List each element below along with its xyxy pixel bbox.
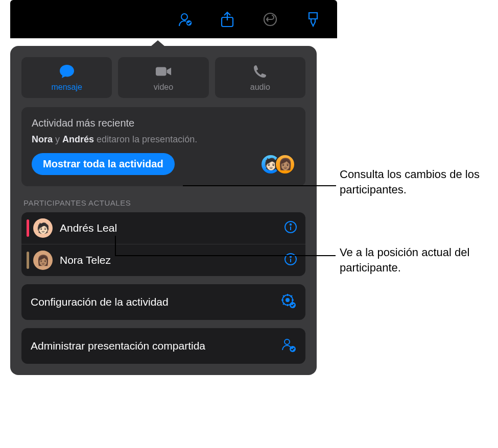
presence-indicator <box>27 219 29 237</box>
participant-row[interactable]: 👩🏽 Nora Telez <box>21 244 305 276</box>
svg-point-12 <box>286 298 289 302</box>
callout-line <box>115 236 116 256</box>
toolbar <box>10 0 337 38</box>
phone-icon <box>252 63 268 80</box>
undo-icon[interactable] <box>262 11 279 28</box>
participant-name: Nora Telez <box>60 254 284 266</box>
participant-name: Andrés Leal <box>60 222 284 234</box>
activity-settings-label: Configuración de la actividad <box>31 295 169 309</box>
info-icon[interactable] <box>284 220 297 236</box>
svg-point-7 <box>290 224 291 225</box>
callout-line <box>183 185 336 186</box>
show-all-activity-button[interactable]: Mostrar toda la actividad <box>32 153 175 175</box>
presence-indicator <box>27 252 29 269</box>
gear-badge-icon <box>281 293 296 311</box>
person-badge-icon <box>281 337 296 355</box>
manage-shared-label: Administrar presentación compartida <box>31 339 205 353</box>
callout-text: Ve a la posición actual del participante… <box>340 245 493 275</box>
avatar: 🧑🏻 <box>33 218 53 238</box>
svg-point-0 <box>181 14 187 20</box>
callout-text: Consulta los cambios de los participante… <box>340 167 493 197</box>
video-button[interactable]: video <box>118 57 208 98</box>
collaborate-icon[interactable] <box>176 11 193 28</box>
avatar: 👩🏽 <box>275 154 295 175</box>
message-label: mensaje <box>51 83 82 92</box>
audio-label: audio <box>250 83 270 92</box>
avatar: 👩🏽 <box>33 251 53 270</box>
video-icon <box>155 63 172 80</box>
activity-settings-button[interactable]: Configuración de la actividad <box>21 284 305 320</box>
svg-point-10 <box>290 256 291 257</box>
audio-button[interactable]: audio <box>215 57 305 98</box>
share-icon[interactable] <box>219 11 236 28</box>
manage-shared-button[interactable]: Administrar presentación compartida <box>21 328 305 364</box>
participants-heading: PARTICIPANTES ACTUALES <box>23 198 303 207</box>
message-button[interactable]: mensaje <box>21 57 112 98</box>
recent-activity-card: Actividad más reciente Nora y Andrés edi… <box>21 107 305 186</box>
activity-title: Actividad más reciente <box>32 117 295 129</box>
message-icon <box>59 63 75 80</box>
participants-list: 🧑🏻 Andrés Leal 👩🏽 Nora Telez <box>21 212 305 276</box>
participant-row[interactable]: 🧑🏻 Andrés Leal <box>21 212 305 244</box>
collaboration-popover: mensaje video audio Actividad más recien… <box>10 46 317 375</box>
video-label: video <box>154 83 173 92</box>
callout-line <box>115 255 336 256</box>
activity-avatars: 🧑🏻 👩🏽 <box>267 154 295 175</box>
svg-point-14 <box>284 339 290 344</box>
contact-row: mensaje video audio <box>21 57 305 98</box>
svg-rect-4 <box>156 67 167 76</box>
activity-summary: Nora y Andrés editaron la presentación. <box>32 134 295 145</box>
format-brush-icon[interactable] <box>304 11 322 28</box>
